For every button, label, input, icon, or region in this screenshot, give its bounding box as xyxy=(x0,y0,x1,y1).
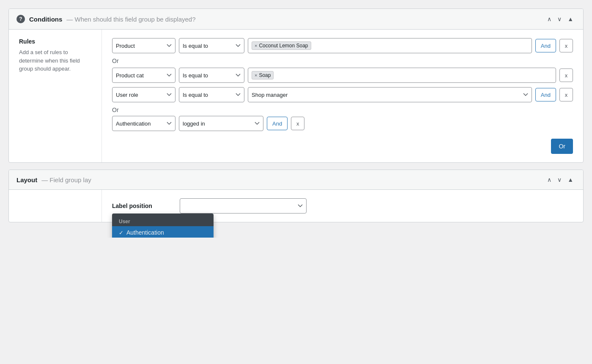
rule4-condition-select[interactable]: logged in logged out xyxy=(179,116,263,131)
layout-title-suffix: — Field group lay xyxy=(41,176,91,183)
conditions-panel-body: Rules Add a set of rules to determine wh… xyxy=(9,30,583,162)
layout-header-left: Layout — Field group lay xyxy=(16,176,91,183)
rules-sidebar: Rules Add a set of rules to determine wh… xyxy=(9,30,102,162)
rule4-param-select[interactable]: Authentication User role Product xyxy=(112,116,175,131)
rule-row-4: Authentication User role Product logged … xyxy=(112,116,573,131)
layout-panel: Layout — Field group lay ∧ ∨ ▲ Label pos… xyxy=(8,170,584,222)
layout-collapse-up-icon[interactable]: ∧ xyxy=(545,176,554,183)
rule1-value-input[interactable]: × Coconut Lemon Soap xyxy=(248,38,532,53)
layout-panel-header: Layout — Field group lay ∧ ∨ ▲ xyxy=(9,170,583,190)
conditions-collapse-down-icon[interactable]: ∨ xyxy=(555,15,564,23)
rule1-and-button[interactable]: And xyxy=(535,39,556,52)
layout-panel-body: Label position Top Left Hidden xyxy=(9,190,583,222)
dropdown-group-user: User xyxy=(112,216,214,226)
conditions-panel-header: ? Conditions — When should this field gr… xyxy=(9,9,583,30)
or-button[interactable]: Or xyxy=(551,139,573,154)
rule2-x-button[interactable]: x xyxy=(559,68,573,82)
rule1-param-select[interactable]: Product Product cat User role Authentica… xyxy=(112,38,175,53)
conditions-collapse-up-icon[interactable]: ∧ xyxy=(545,15,554,23)
or-button-row: Or xyxy=(112,135,573,154)
or-label-1: Or xyxy=(112,57,573,64)
rules-description: Add a set of rules to determine when thi… xyxy=(19,48,91,73)
conditions-help-icon[interactable]: ? xyxy=(16,15,25,23)
rule4-x-button[interactable]: x xyxy=(291,117,304,130)
layout-collapse-down-icon[interactable]: ∨ xyxy=(555,176,564,183)
label-position-label: Label position xyxy=(112,203,180,209)
rule-row-1: Product Product cat User role Authentica… xyxy=(112,38,573,53)
dropdown-item-authentication[interactable]: ✓ Authentication xyxy=(112,226,214,238)
rule2-tag-soap-label: Soap xyxy=(259,72,271,78)
rule3-param-select[interactable]: User role Product Product cat Authentica… xyxy=(112,87,175,102)
checkmark-icon: ✓ xyxy=(119,230,124,236)
rule3-and-button[interactable]: And xyxy=(535,88,556,101)
rule1-condition-select[interactable]: Is equal to Is not equal to xyxy=(179,38,244,53)
rule1-tag-coconut: × Coconut Lemon Soap xyxy=(252,41,311,50)
rule3-condition-select[interactable]: Is equal to Is not equal to xyxy=(179,87,244,102)
rule-row-2: Product cat Product User role Authentica… xyxy=(112,68,573,83)
rule1-tag-coconut-label: Coconut Lemon Soap xyxy=(259,43,308,49)
rule4-and-button[interactable]: And xyxy=(267,117,288,130)
layout-arrow-icon[interactable]: ▲ xyxy=(565,176,576,183)
rule2-value-input[interactable]: × Soap xyxy=(248,68,556,83)
rules-heading: Rules xyxy=(19,38,91,45)
rule3-value-select[interactable]: Shop manager Administrator Editor Custom… xyxy=(248,87,532,102)
rule-row-3: User role Product Product cat Authentica… xyxy=(112,87,573,102)
rule1-tag-coconut-remove[interactable]: × xyxy=(255,43,257,48)
or-label-2: Or xyxy=(112,107,573,113)
conditions-header-left: ? Conditions — When should this field gr… xyxy=(16,15,196,23)
dropdown-item-authentication-label: Authentication xyxy=(126,229,164,236)
param-dropdown: User ✓ Authentication User role Product … xyxy=(112,213,214,238)
conditions-title-suffix: — When should this field group be displa… xyxy=(66,16,195,23)
rule2-condition-select[interactable]: Is equal to Is not equal to xyxy=(179,68,244,83)
rule3-x-button[interactable]: x xyxy=(559,88,573,101)
label-position-select[interactable]: Top Left Hidden xyxy=(180,198,307,213)
rule1-x-button[interactable]: x xyxy=(559,39,573,52)
rule2-tag-soap-remove[interactable]: × xyxy=(255,73,257,78)
rule2-param-select[interactable]: Product cat Product User role Authentica… xyxy=(112,68,175,83)
conditions-header-icons: ∧ ∨ ▲ xyxy=(545,15,576,23)
conditions-arrow-icon[interactable]: ▲ xyxy=(565,15,576,23)
rules-content: Product Product cat User role Authentica… xyxy=(102,30,583,162)
layout-header-icons: ∧ ∨ ▲ xyxy=(545,176,576,183)
layout-title: Layout xyxy=(16,176,37,183)
conditions-panel: ? Conditions — When should this field gr… xyxy=(8,8,584,163)
layout-sidebar xyxy=(9,190,102,222)
conditions-title: Conditions xyxy=(29,16,62,23)
rule2-tag-soap: × Soap xyxy=(252,71,274,79)
